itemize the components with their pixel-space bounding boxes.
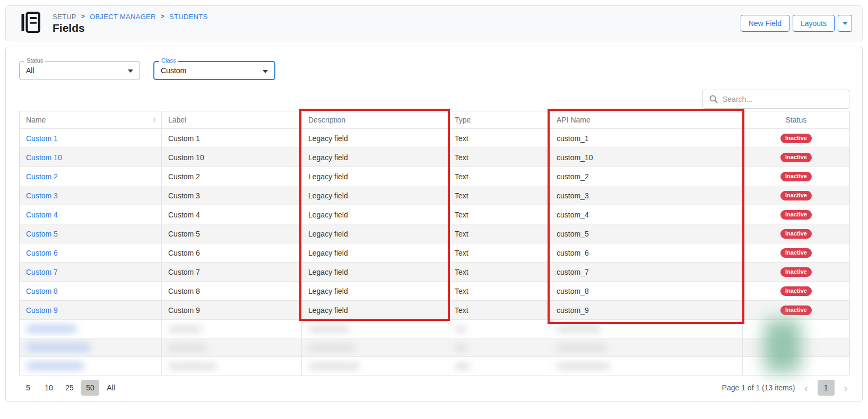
cell-type: Text (448, 205, 550, 224)
cell-description: Legacy field (302, 282, 448, 301)
field-name-link[interactable]: Custom 1 (26, 134, 58, 143)
field-name-link[interactable]: Custom 10 (26, 153, 62, 162)
status-badge: Inactive (780, 172, 812, 181)
table-row: Custom 1Custom 1Legacy fieldTextcustom_1… (20, 129, 850, 148)
next-page-button[interactable]: › (843, 383, 848, 393)
cell-description: Legacy field (302, 301, 448, 320)
status-badge: Inactive (780, 305, 812, 315)
cell-type: Text (448, 167, 550, 186)
cell-label: Custom 1 (162, 129, 302, 148)
cell-name: Custom 4 (20, 205, 162, 224)
redacted-text-blob (168, 326, 202, 333)
redacted-text-blob (557, 363, 611, 370)
table-row: Custom 3Custom 3Legacy fieldTextcustom_3… (20, 186, 850, 205)
cell-api-name: custom_5 (550, 224, 743, 243)
header-actions: New Field Layouts (741, 15, 852, 32)
cell-api-name: custom_9 (550, 301, 743, 320)
page-size-25[interactable]: 25 (60, 380, 79, 396)
search-icon (709, 95, 718, 103)
cell-label: Custom 5 (162, 224, 302, 243)
page-navigation: Page 1 of 1 (13 items) ‹ 1 › (722, 380, 848, 396)
cell-name: Custom 6 (20, 243, 162, 263)
page-size-50[interactable]: 50 (81, 380, 99, 396)
cell-type: Text (448, 129, 550, 148)
page-size-10[interactable]: 10 (40, 380, 58, 396)
cell-description: Legacy field (302, 148, 448, 167)
cell-description: Legacy field (302, 167, 448, 186)
cell-label: Custom 2 (162, 167, 302, 186)
cell-name: Custom 2 (20, 167, 162, 186)
page-number-button[interactable]: 1 (818, 380, 835, 396)
field-name-link[interactable]: Custom 5 (26, 230, 58, 238)
redacted-text-blob (308, 344, 355, 351)
more-actions-button[interactable] (838, 15, 852, 32)
field-name-link[interactable]: Custom 4 (26, 211, 58, 219)
table-row: Custom 4Custom 4Legacy fieldTextcustom_4… (20, 205, 850, 224)
cell-type: Text (448, 148, 550, 167)
cell-api-name: custom_3 (550, 186, 743, 205)
cell-name: Custom 9 (20, 301, 162, 320)
redacted-text-blob (308, 326, 350, 333)
breadcrumb-students[interactable]: STUDENTS (169, 13, 207, 21)
page-size-all[interactable]: All (102, 380, 120, 396)
field-name-link[interactable]: Custom 3 (26, 191, 58, 200)
cell-type: Text (448, 282, 550, 301)
layouts-button[interactable]: Layouts (793, 15, 835, 32)
breadcrumb-object-manager[interactable]: OBJECT MANAGER (90, 13, 156, 21)
field-name-link[interactable]: Custom 8 (26, 287, 58, 295)
table-row: Custom 7Custom 7Legacy fieldTextcustom_7… (20, 263, 850, 282)
page-size-5[interactable]: 5 (19, 380, 37, 396)
page-title: Fields (53, 22, 208, 34)
chevron-right-icon: > (81, 13, 85, 20)
cell-name: Custom 3 (20, 186, 162, 205)
cell-label: Custom 7 (162, 263, 302, 282)
cell-label: Custom 8 (162, 282, 302, 301)
column-header-api-name[interactable]: API Name (550, 111, 743, 129)
redacted-text-blob (26, 362, 84, 370)
sort-ascending-icon: ↑ (153, 116, 157, 124)
redacted-text-blob (557, 326, 601, 333)
cell-description: Legacy field (302, 186, 448, 205)
redacted-text-blob (455, 344, 467, 351)
previous-page-button[interactable]: ‹ (803, 383, 809, 393)
redacted-text-blob (308, 363, 360, 370)
table-header-row: Name ↑ Label Description Type API Name S… (20, 111, 850, 129)
field-name-link[interactable]: Custom 7 (26, 268, 58, 276)
column-header-name[interactable]: Name ↑ (20, 111, 162, 129)
column-header-label[interactable]: Label (162, 111, 302, 129)
breadcrumb-setup: SETUP (53, 13, 76, 21)
redacted-text-blob (26, 343, 91, 352)
status-filter-label: Status (24, 57, 45, 64)
cell-api-name: custom_7 (550, 263, 743, 282)
column-header-description[interactable]: Description (302, 111, 448, 129)
column-header-type[interactable]: Type (448, 111, 550, 129)
page-info: Page 1 of 1 (13 items) (722, 383, 795, 392)
cell-api-name: custom_8 (550, 282, 743, 301)
cell-name: Custom 7 (20, 263, 162, 282)
redacted-table-row (20, 357, 850, 376)
new-field-button[interactable]: New Field (741, 15, 789, 32)
cell-name: Custom 1 (20, 129, 162, 148)
redacted-text-blob (168, 363, 217, 370)
cell-type: Text (448, 301, 550, 320)
chevron-down-icon (263, 70, 268, 73)
cell-description: Legacy field (302, 205, 448, 224)
cell-description: Legacy field (302, 224, 448, 243)
search-input[interactable] (723, 95, 843, 103)
breadcrumb: SETUP > OBJECT MANAGER > STUDENTS (53, 13, 208, 21)
class-filter-select[interactable]: Class Custom (153, 61, 275, 80)
field-name-link[interactable]: Custom 9 (26, 306, 58, 315)
page-header: SETUP > OBJECT MANAGER > STUDENTS Fields… (5, 5, 863, 41)
cell-status: Inactive (743, 129, 850, 148)
cell-label: Custom 10 (162, 148, 302, 167)
object-fields-icon (21, 11, 41, 36)
field-name-link[interactable]: Custom 6 (26, 249, 58, 257)
status-badge: Inactive (780, 267, 812, 277)
class-filter-value: Custom (154, 62, 274, 79)
status-filter-select[interactable]: Status All (19, 61, 140, 80)
status-badge: Inactive (780, 248, 812, 258)
cell-status: Inactive (743, 205, 850, 224)
column-header-status[interactable]: Status (743, 111, 850, 129)
field-name-link[interactable]: Custom 2 (26, 172, 58, 181)
fields-panel: Status All Class Custom Name (5, 47, 863, 401)
